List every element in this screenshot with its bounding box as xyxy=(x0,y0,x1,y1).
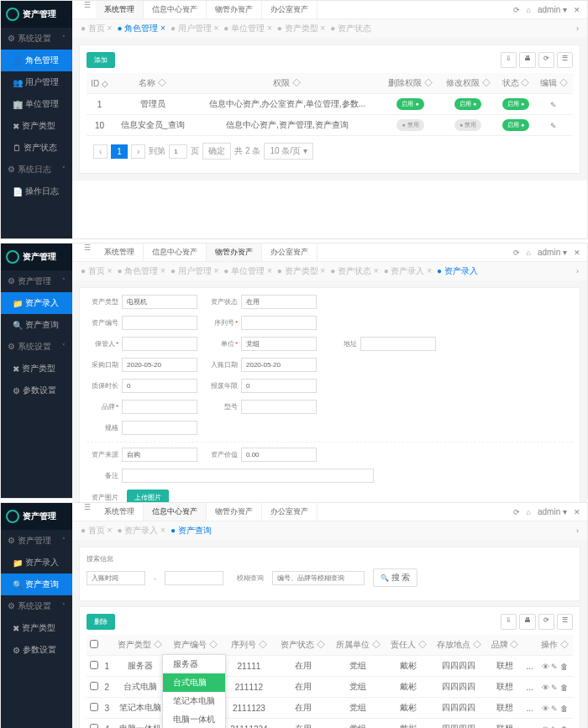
breadcrumb[interactable]: ● 用户管理 × xyxy=(171,265,218,277)
field-input[interactable] xyxy=(122,358,197,372)
pager-next[interactable]: › xyxy=(131,144,145,159)
row-checkbox[interactable] xyxy=(90,703,98,711)
refresh-icon[interactable]: ⟳ xyxy=(538,52,554,68)
top-tab[interactable]: 系统管理 xyxy=(96,1,144,18)
nav-item[interactable]: ⚙参数设置 xyxy=(1,380,72,401)
search-button[interactable]: 🔍 搜 索 xyxy=(373,568,417,587)
field-input[interactable] xyxy=(241,295,317,309)
time-input-end[interactable] xyxy=(165,571,223,585)
top-tab[interactable]: 信息中心资产 xyxy=(144,1,207,18)
field-input[interactable] xyxy=(122,316,197,330)
nav-item[interactable]: 📄操作日志 xyxy=(1,181,72,202)
col-header[interactable]: 删除权限 ◇ xyxy=(381,73,439,94)
col-header[interactable]: 名称 ◇ xyxy=(113,73,192,94)
col-header[interactable]: 序列号 ◇ xyxy=(223,635,276,656)
refresh-icon[interactable]: ⟳ xyxy=(513,249,520,257)
breadcrumb[interactable]: ● 首页 × xyxy=(81,23,112,34)
top-tab[interactable]: 信息中心资产 xyxy=(144,503,207,521)
delete-icon[interactable]: 🗑 xyxy=(560,725,568,729)
nav-item[interactable]: 🏢单位管理 xyxy=(1,93,72,115)
breadcrumb[interactable]: ● 单位管理 × xyxy=(223,265,271,277)
pager-confirm[interactable]: 确定 xyxy=(202,143,231,160)
menu-icon[interactable]: ☰ xyxy=(79,1,96,18)
col-header[interactable] xyxy=(102,635,113,656)
col-header[interactable] xyxy=(523,635,537,656)
print-icon[interactable]: 🖶 xyxy=(519,52,536,68)
refresh-icon[interactable]: ⟳ xyxy=(513,6,520,14)
view-icon[interactable]: 👁 xyxy=(542,663,549,671)
delete-button[interactable]: 删除 xyxy=(87,614,115,630)
nav-item[interactable]: 👤角色管理 xyxy=(1,50,72,71)
field-input[interactable] xyxy=(122,421,197,435)
dropdown-option[interactable]: 笔记本电脑 xyxy=(163,692,225,710)
edit-icon[interactable]: ✎ xyxy=(551,663,558,671)
top-tab[interactable]: 物管办资产 xyxy=(207,1,262,18)
nav-item[interactable]: 🗒资产状态 xyxy=(1,137,72,159)
nav-item[interactable]: ✖资产类型 xyxy=(1,617,72,639)
toggle-pill[interactable]: ● 禁用 xyxy=(454,119,481,131)
home-icon[interactable]: ⌂ xyxy=(527,508,531,516)
breadcrumb[interactable]: ● 角色管理 × xyxy=(117,265,165,277)
field-input[interactable] xyxy=(241,358,317,372)
home-icon[interactable]: ⌂ xyxy=(527,6,531,14)
top-tab[interactable]: 系统管理 xyxy=(96,244,144,261)
view-icon[interactable]: 👁 xyxy=(542,725,549,729)
columns-icon[interactable]: ☰ xyxy=(557,614,573,630)
breadcrumb[interactable]: ● 资产录入 × xyxy=(117,525,165,537)
top-tab[interactable]: 系统管理 xyxy=(96,503,144,521)
field-input[interactable] xyxy=(122,379,197,393)
edit-icon[interactable]: ✎ xyxy=(551,683,558,692)
export-icon[interactable]: ⇩ xyxy=(501,52,517,68)
nav-item[interactable]: 🔍资产查询 xyxy=(1,314,72,336)
export-icon[interactable]: ⇩ xyxy=(501,614,517,630)
columns-icon[interactable]: ☰ xyxy=(557,52,573,68)
edit-icon[interactable]: ✎ xyxy=(551,704,558,713)
time-input[interactable] xyxy=(87,571,145,585)
menu-icon[interactable]: ☰ xyxy=(79,503,96,521)
col-header[interactable]: 责任人 ◇ xyxy=(386,635,432,656)
crumb-next-icon[interactable]: › xyxy=(576,267,579,275)
pager-prev[interactable]: ‹ xyxy=(93,144,108,159)
toggle-pill[interactable]: ● 禁用 xyxy=(396,119,423,131)
nav-group[interactable]: ⚙ 资产管理˄ xyxy=(1,270,72,292)
top-tab[interactable]: 办公室资产 xyxy=(262,244,318,261)
nav-group[interactable]: ⚙ 系统设置˅ xyxy=(1,336,72,358)
col-header[interactable]: ID ◇ xyxy=(87,73,113,94)
delete-icon[interactable]: 🗑 xyxy=(560,663,568,671)
field-input[interactable] xyxy=(122,469,374,483)
nav-item[interactable]: 👥用户管理 xyxy=(1,71,72,93)
col-header[interactable]: 存放地点 ◇ xyxy=(432,635,487,656)
close-icon[interactable]: ✕ xyxy=(574,6,580,14)
breadcrumb[interactable]: ● 资产查询 xyxy=(171,525,212,537)
dropdown-option[interactable]: 服务器 xyxy=(163,655,225,673)
field-input[interactable] xyxy=(122,400,197,414)
breadcrumb[interactable]: ● 资产状态 × xyxy=(330,265,378,277)
field-input[interactable] xyxy=(241,379,317,393)
breadcrumb[interactable]: ● 资产录入 xyxy=(437,265,478,277)
field-input[interactable] xyxy=(241,400,317,414)
edit-icon[interactable]: ✎ xyxy=(551,725,558,729)
refresh-icon[interactable]: ⟳ xyxy=(538,614,554,630)
breadcrumb[interactable]: ● 用户管理 × xyxy=(171,23,218,34)
pager-input[interactable] xyxy=(169,144,187,159)
field-input[interactable] xyxy=(241,337,317,351)
add-button[interactable]: 添加 xyxy=(87,52,115,68)
user-menu[interactable]: admin ▾ xyxy=(538,5,567,14)
row-checkbox[interactable] xyxy=(90,661,98,669)
col-header[interactable]: 品牌 ◇ xyxy=(486,635,522,656)
nav-group[interactable]: ⚙ 系统日志˅ xyxy=(1,159,72,181)
menu-icon[interactable]: ☰ xyxy=(79,244,96,261)
nav-item[interactable]: ✖资产类型 xyxy=(1,358,72,380)
nav-item[interactable]: 📁资产录入 xyxy=(1,292,72,314)
edit-icon[interactable]: ✎ xyxy=(550,101,557,109)
col-header[interactable]: 资产状态 ◇ xyxy=(276,635,331,656)
breadcrumb[interactable]: ● 单位管理 × xyxy=(223,23,271,34)
nav-item[interactable]: ⚙参数设置 xyxy=(1,639,72,661)
field-input[interactable] xyxy=(122,295,197,309)
pager-page[interactable]: 1 xyxy=(111,144,128,159)
col-header[interactable]: 操作 ◇ xyxy=(537,635,573,656)
top-tab[interactable]: 办公室资产 xyxy=(262,503,318,521)
breadcrumb[interactable]: ● 角色管理 × xyxy=(117,23,165,34)
breadcrumb[interactable]: ● 资产类型 × xyxy=(277,265,325,277)
home-icon[interactable]: ⌂ xyxy=(527,249,531,257)
